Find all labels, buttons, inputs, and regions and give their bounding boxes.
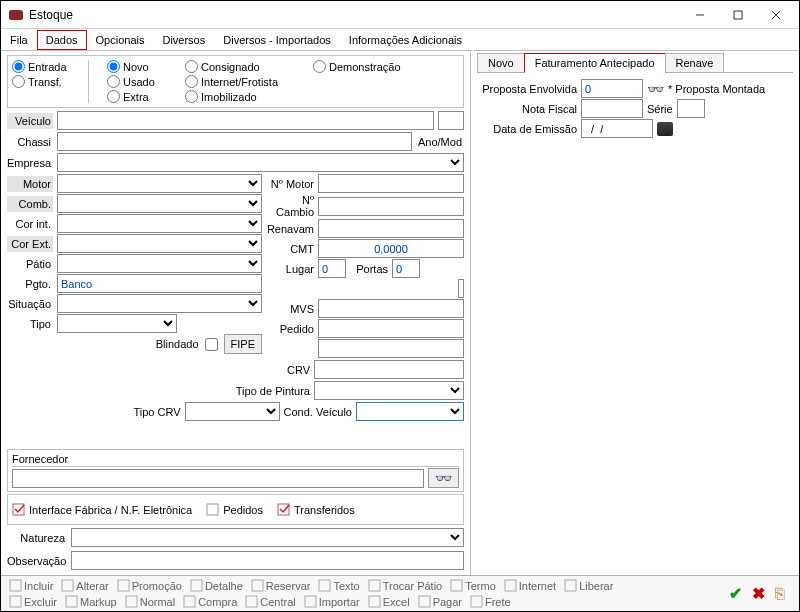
svg-rect-11: [252, 580, 263, 591]
tool-internet[interactable]: Internet: [502, 578, 558, 593]
proposta-field[interactable]: [581, 79, 643, 98]
nmotor-field[interactable]: [318, 174, 464, 193]
situacao-select[interactable]: [57, 294, 262, 313]
cancel-button[interactable]: ✖: [752, 584, 765, 603]
menu-diversos[interactable]: Diversos: [153, 30, 214, 50]
tool-frete[interactable]: Frete: [468, 594, 513, 609]
tool-alterar[interactable]: Alterar: [59, 578, 110, 593]
menu-fila[interactable]: Fila: [1, 30, 37, 50]
nf-field[interactable]: [581, 99, 643, 118]
tool-promoção[interactable]: Promoção: [115, 578, 184, 593]
empresa-select[interactable]: [57, 153, 464, 172]
chk-transferidos[interactable]: Transferidos: [277, 503, 355, 516]
tipopintura-select[interactable]: [314, 381, 464, 400]
menu-diversos-importados[interactable]: Diversos - Importados: [214, 30, 340, 50]
svg-rect-18: [66, 596, 77, 607]
tool-pagar[interactable]: Pagar: [416, 594, 464, 609]
svg-rect-1: [734, 11, 742, 19]
ncambio-field[interactable]: [318, 197, 464, 216]
tab-renave[interactable]: Renave: [665, 53, 725, 72]
menu-dados[interactable]: Dados: [37, 30, 87, 50]
fipe-button[interactable]: FIPE: [224, 334, 262, 354]
tool-detalhe[interactable]: Detalhe: [188, 578, 245, 593]
menu-info-adicionais[interactable]: Informações Adicionais: [340, 30, 471, 50]
tool-icon: [117, 579, 130, 592]
scanner-icon[interactable]: [657, 122, 673, 136]
radio-transf[interactable]: Transf.: [12, 75, 70, 88]
tipocrv-select[interactable]: [185, 402, 280, 421]
chk-pedidos[interactable]: Pedidos: [206, 503, 263, 516]
corint-select[interactable]: [57, 214, 262, 233]
tool-termo[interactable]: Termo: [448, 578, 498, 593]
crv-field[interactable]: [314, 360, 464, 379]
confirm-button[interactable]: ✔: [729, 584, 742, 603]
patio-select[interactable]: [57, 254, 262, 273]
radio-internet[interactable]: Internet/Frotista: [185, 75, 295, 88]
veiculo-extra-field[interactable]: [438, 111, 464, 130]
radio-imobilizado[interactable]: Imobilizado: [185, 90, 295, 103]
radio-novo[interactable]: Novo: [107, 60, 167, 73]
fornecedor-field[interactable]: [12, 469, 424, 488]
maximize-button[interactable]: [719, 3, 757, 27]
label-natureza: Natureza: [7, 532, 67, 544]
tool-importar[interactable]: Importar: [302, 594, 362, 609]
tool-compra[interactable]: Compra: [181, 594, 239, 609]
renavam-field[interactable]: [318, 219, 464, 238]
natureza-select[interactable]: [71, 528, 464, 547]
tool-normal[interactable]: Normal: [123, 594, 177, 609]
tool-icon: [470, 595, 483, 608]
fornecedor-search-button[interactable]: 👓: [428, 468, 459, 488]
minimize-button[interactable]: [681, 3, 719, 27]
tool-icon: [125, 595, 138, 608]
radio-entrada[interactable]: Entrada: [12, 60, 70, 73]
tool-incluir[interactable]: Incluir: [7, 578, 55, 593]
motor-select[interactable]: [57, 174, 262, 193]
radio-extra[interactable]: Extra: [107, 90, 167, 103]
lugar-field[interactable]: [318, 259, 346, 278]
condveiculo-select[interactable]: [356, 402, 464, 421]
pgto-field[interactable]: [57, 274, 262, 293]
tipo-select[interactable]: [57, 314, 177, 333]
tool-reservar[interactable]: Reservar: [249, 578, 313, 593]
tab-novo[interactable]: Novo: [477, 53, 525, 72]
label-blindado: Blindado: [156, 338, 199, 350]
chk-interface-fabrica[interactable]: Interface Fábrica / N.F. Eletrônica: [12, 503, 192, 516]
tool-icon: [418, 595, 431, 608]
interface-group: Interface Fábrica / N.F. Eletrônica Pedi…: [7, 494, 464, 525]
mvs-field[interactable]: [318, 299, 464, 318]
label-observacao: Observação: [7, 555, 67, 567]
dataemissao-field[interactable]: [581, 119, 653, 138]
svg-rect-22: [305, 596, 316, 607]
comb-select[interactable]: [57, 194, 262, 213]
chassi-field[interactable]: [57, 132, 412, 151]
tool-markup[interactable]: Markup: [63, 594, 119, 609]
svg-rect-5: [207, 504, 218, 515]
pedido-field[interactable]: [318, 319, 464, 338]
binoculars-icon[interactable]: 👓: [647, 81, 664, 97]
label-comb: Comb.: [7, 196, 53, 212]
menu-opcionais[interactable]: Opcionais: [87, 30, 154, 50]
tool-trocar-pátio[interactable]: Trocar Pátio: [366, 578, 445, 593]
veiculo-field[interactable]: [57, 111, 434, 130]
tool-texto[interactable]: Texto: [316, 578, 361, 593]
extra-field[interactable]: [318, 339, 464, 358]
corext-select[interactable]: [57, 234, 262, 253]
observacao-field[interactable]: [71, 551, 464, 570]
radio-demo[interactable]: Demonstração: [313, 60, 401, 73]
tab-faturamento[interactable]: Faturamento Antecipado: [524, 53, 666, 73]
tool-liberar[interactable]: Liberar: [562, 578, 615, 593]
label-proposta-montada: * Proposta Montada: [668, 83, 765, 95]
portas-field[interactable]: [392, 259, 420, 278]
tool-icon: [183, 595, 196, 608]
tool-central[interactable]: Central: [243, 594, 297, 609]
radio-usado[interactable]: Usado: [107, 75, 167, 88]
radio-consignado[interactable]: Consignado: [185, 60, 295, 73]
tool-excel[interactable]: Excel: [366, 594, 412, 609]
exit-button[interactable]: ⎘: [775, 585, 785, 603]
tool-excluir[interactable]: Excluir: [7, 594, 59, 609]
cmt-field[interactable]: [318, 239, 464, 258]
serie-field[interactable]: [677, 99, 705, 118]
label-portas: Portas: [350, 263, 388, 275]
close-button[interactable]: [757, 3, 795, 27]
blindado-checkbox[interactable]: [205, 338, 218, 351]
